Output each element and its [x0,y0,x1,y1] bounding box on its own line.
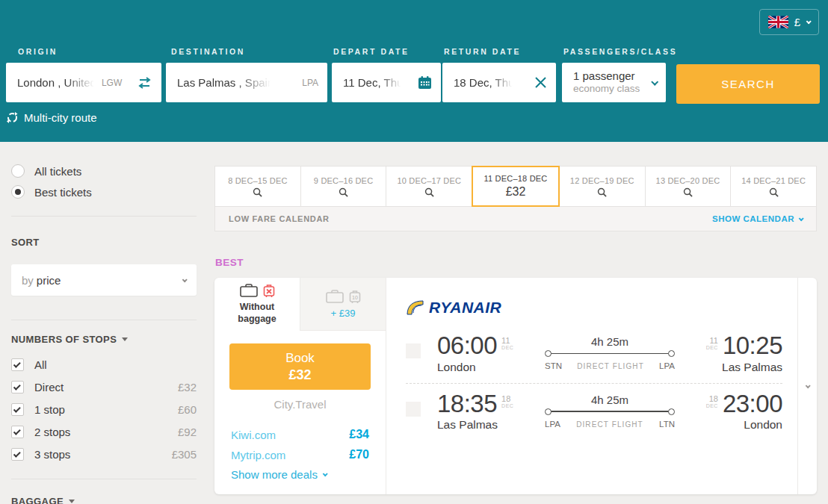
departure-city: Las Palmas [437,418,533,432]
flight-duration: 4h 25m [545,335,675,348]
no-baggage-icon [263,284,275,298]
low-fare-calendar-bar: LOW FARE CALENDAR SHOW CALENDAR [214,207,817,231]
deal-row: Kiwi.com £34 [231,428,369,441]
departure-time: 06:00 [437,333,497,359]
date-tab-12dec[interactable]: 12 DEC–19 DEC [559,166,646,207]
filter-best-tickets[interactable]: Best tickets [11,185,92,199]
sort-by-prefix: by [22,274,34,287]
checkbox-label: 1 stop [34,403,65,416]
checkbox-label: 2 stops [34,426,70,438]
currency-selector[interactable]: £ [759,9,819,35]
destination-value: Las Palmas , Spain [177,76,274,89]
origin-value: London , United [17,76,96,89]
flight-type: DIRECT FLIGHT [576,420,643,429]
sort-dropdown[interactable]: by price [11,264,197,296]
stops-filter-2-stops[interactable]: 2 stops £92 [11,426,197,438]
depart-date-input[interactable]: 11 Dec, Thu [332,63,441,102]
chevron-down-icon [182,277,188,282]
currency-symbol: £ [794,16,800,28]
expand-ticket-details[interactable] [797,278,817,494]
briefcase-gray-icon [326,290,344,303]
stops-price: £60 [178,403,197,416]
flight-leg-outbound: 06:00 11 DEC London 4h 25m STN DIRECT FL… [406,327,797,382]
flight-panel: RYANAIR 06:00 11 DEC London 4h [386,278,797,494]
baggage-section-title[interactable]: BAGGAGE [11,496,75,504]
show-calendar-link[interactable]: SHOW CALENDAR [712,214,803,223]
collapse-triangle-icon [69,500,75,503]
baggage-tab-without[interactable]: Without baggage [214,278,300,331]
destination-label: DESTINATION [171,47,327,56]
departure-month: DEC [501,403,513,409]
date-tab-10dec[interactable]: 10 DEC–17 DEC [386,166,472,207]
stops-filter-3-stops[interactable]: 3 stops £305 [11,448,197,461]
passengers-field-group: PASSENGERS/CLASS 1 passenger economy cla… [562,47,666,102]
origin-input[interactable]: London , United LGW [6,63,161,102]
deal-price: £70 [349,448,369,461]
arrival-airport-code: LTN [659,420,675,429]
deal-link[interactable]: Kiwi.com [231,429,276,441]
deal-link[interactable]: Mytrip.com [231,449,285,461]
origin-field-group: ORIGIN London , United LGW [6,47,161,102]
checkbox-label: Direct [34,381,64,393]
arrival-month: DEC [706,403,718,409]
passengers-selector[interactable]: 1 passenger economy class [562,63,666,102]
date-range-tabs: 8 DEC–15 DEC 9 DEC–16 DEC 10 DEC–17 DEC … [214,166,817,207]
stops-filter-direct[interactable]: Direct £32 [11,381,197,393]
passengers-value: 1 passenger [573,69,640,84]
search-button[interactable]: SEARCH [676,64,820,104]
search-icon [424,187,434,197]
destination-field-group: DESTINATION Las Palmas , Spain LPA [166,47,327,102]
calendar-icon[interactable] [418,75,432,90]
flight-leg-return: 18:35 18 DEC Las Palmas 4h 25m LPA DIREC… [406,385,797,440]
baggage-tabs: Without baggage 10 + £39 [214,278,386,331]
arrival-day: 18 [709,394,718,403]
clear-return-date-icon[interactable] [534,76,547,89]
departure-city: London [437,361,533,374]
arrival-month: DEC [706,345,718,351]
show-more-deals-link[interactable]: Show more deals [231,468,369,481]
stops-filter-all[interactable]: All [11,358,197,371]
swap-directions-icon[interactable] [137,77,152,89]
airline-logo-placeholder [406,343,421,358]
checkbox-checked-icon [11,403,24,416]
radio-icon [11,164,25,178]
destination-input[interactable]: Las Palmas , Spain LPA [166,63,327,102]
divider [11,320,197,320]
stops-section-title[interactable]: NUMBERS OF STOPS [11,334,128,345]
origin-airport-code: LGW [102,78,122,88]
origin-label: ORIGIN [18,47,161,56]
flight-timeline: 4h 25m LPA DIRECT FLIGHT LTN [545,391,675,429]
radio-label: All tickets [34,165,81,178]
arrival-city: London [687,418,782,432]
multicity-route-link[interactable]: Multi-city route [6,111,97,124]
date-tab-9dec[interactable]: 9 DEC–16 DEC [300,166,387,207]
date-tab-14dec[interactable]: 14 DEC–21 DEC [730,166,817,207]
arrival-day: 11 [709,336,717,345]
filter-all-tickets[interactable]: All tickets [11,164,81,178]
departure-time: 18:35 [437,391,497,417]
uk-flag-icon [768,16,788,28]
tab-price: £32 [506,185,526,199]
briefcase-icon [240,284,258,297]
airline-logo: RYANAIR [406,299,797,317]
date-tab-13dec[interactable]: 13 DEC–20 DEC [645,166,732,207]
leg-divider [406,383,782,384]
book-button[interactable]: Book £32 [229,343,371,390]
checkbox-checked-icon [11,448,24,461]
sort-section-title: SORT [11,237,40,248]
return-date-input[interactable]: 18 Dec, Thu [442,63,556,102]
departure-day: 18 [501,394,513,403]
arrival-city: Las Palmas [687,361,782,374]
checkbox-checked-icon [11,426,24,438]
destination-airport-code: LPA [302,78,318,88]
svg-text:10: 10 [352,294,358,299]
deals-list: Kiwi.com £34 Mytrip.com £70 Show more de… [231,428,369,481]
chevron-down-icon [806,383,811,388]
baggage-tab-with[interactable]: 10 + £39 [300,278,386,331]
cabin-class-value: economy class [573,83,640,96]
stops-filter-1-stop[interactable]: 1 stop £60 [11,403,197,416]
date-tab-11dec-selected[interactable]: 11 DEC–18 DEC £32 [472,166,560,207]
baggage-tab-price: + £39 [331,308,356,319]
search-icon [339,187,348,197]
date-tab-8dec[interactable]: 8 DEC–15 DEC [214,166,301,207]
